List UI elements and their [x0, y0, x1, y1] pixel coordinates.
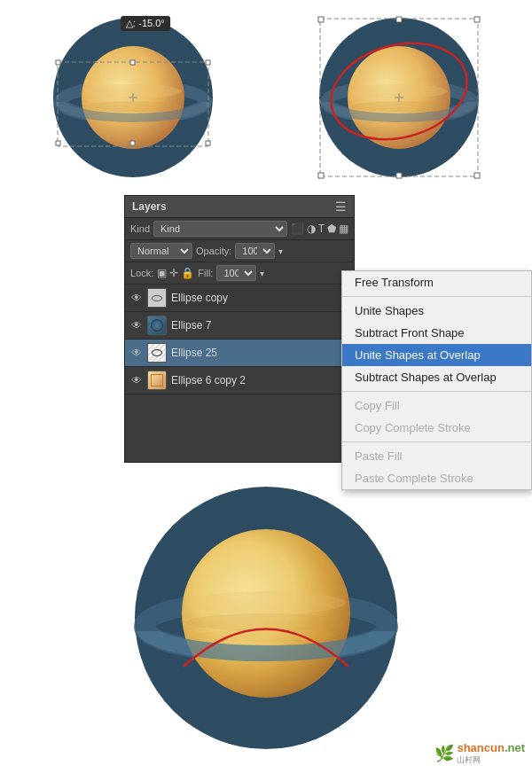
ctx-paste-fill: Paste Fill: [342, 445, 531, 467]
kind-label: Kind: [130, 223, 150, 234]
layers-title-bar: Layers ☰: [125, 196, 354, 218]
lock-all-icon[interactable]: 🔒: [181, 267, 194, 279]
opacity-dropdown-icon[interactable]: ▾: [278, 246, 283, 256]
pixel-icon[interactable]: ⬛: [291, 223, 304, 235]
svg-rect-27: [396, 173, 402, 178]
ctx-free-transform[interactable]: Free Transform: [342, 271, 531, 293]
top-row: △: -15.0°: [0, 0, 532, 195]
svg-rect-8: [130, 60, 135, 65]
smart-icon[interactable]: ▦: [339, 223, 348, 235]
layer-thumb-ellipse7: [147, 316, 167, 335]
bottom-row: 🌿 shancun.net 山村网: [0, 463, 532, 773]
svg-rect-10: [56, 141, 60, 145]
svg-rect-25: [474, 17, 480, 22]
fill-label: Fill:: [198, 268, 213, 278]
ctx-paste-complete-stroke: Paste Complete Stroke: [342, 467, 531, 489]
left-planet-panel: △: -15.0°: [0, 0, 266, 195]
layer-row-ellipse-copy[interactable]: 👁 Ellipse copy: [125, 285, 354, 312]
svg-rect-26: [318, 173, 324, 178]
visibility-eye[interactable]: 👁: [130, 374, 143, 386]
svg-point-36: [186, 591, 346, 614]
fill-select[interactable]: 100%: [216, 265, 256, 281]
lock-icons: ▣ ✛ 🔒: [157, 267, 194, 279]
svg-rect-12: [206, 141, 210, 145]
shape-icon[interactable]: ⬟: [327, 223, 336, 235]
layers-options: Normal Opacity: 100% ▾: [125, 240, 354, 262]
layers-menu-icon[interactable]: ☰: [335, 199, 347, 214]
ctx-copy-fill: Copy Fill: [342, 394, 531, 417]
watermark-sub: 山村网: [457, 754, 525, 766]
lock-pixel-icon[interactable]: ▣: [157, 267, 167, 279]
layers-toolbar: Kind Kind ⬛ ◑ T ⬟ ▦: [125, 218, 354, 240]
right-planet-svg: [315, 13, 483, 182]
svg-point-20: [350, 101, 448, 112]
layer-name-ellipse25: Ellipse 25: [171, 347, 348, 359]
ctx-unite-shapes-overlap[interactable]: Unite Shapes at Overlap: [342, 344, 531, 366]
context-menu: Free Transform Unite Shapes Subtract Fro…: [341, 270, 532, 490]
layers-title: Layers: [132, 200, 167, 213]
svg-rect-24: [396, 17, 402, 22]
transform-badge: △: -15.0°: [121, 16, 170, 31]
ctx-unite-shapes[interactable]: Unite Shapes: [342, 300, 531, 322]
toolbar-icons: ⬛ ◑ T ⬟ ▦: [291, 223, 348, 235]
visibility-eye[interactable]: 👁: [130, 292, 143, 304]
layers-panel: Layers ☰ Kind Kind ⬛ ◑ T ⬟ ▦ Normal Opac…: [124, 195, 355, 463]
layer-name-ellipse6c2: Ellipse 6 copy 2: [171, 374, 348, 386]
layer-thumb-ellipse6c2: [147, 371, 167, 390]
lock-row: Lock: ▣ ✛ 🔒 Fill: 100% ▾: [125, 262, 354, 285]
lock-label: Lock:: [130, 268, 153, 278]
svg-rect-11: [130, 141, 135, 145]
ctx-divider-3: [342, 441, 531, 442]
ctx-divider-1: [342, 296, 531, 297]
svg-rect-7: [56, 60, 60, 65]
visibility-eye[interactable]: 👁: [130, 347, 143, 359]
layer-row-ellipse6copy2[interactable]: 👁 Ellipse 6 copy 2: [125, 367, 354, 394]
visibility-eye[interactable]: 👁: [130, 319, 143, 332]
layer-name: Ellipse copy: [171, 292, 348, 304]
kind-select[interactable]: Kind: [153, 221, 287, 237]
layer-row-ellipse25[interactable]: 👁 Ellipse 25: [125, 340, 354, 367]
svg-point-4: [84, 101, 182, 112]
svg-rect-9: [206, 60, 210, 65]
watermark-leaf-icon: 🌿: [434, 744, 454, 763]
blend-mode-select[interactable]: Normal: [130, 243, 192, 259]
layer-name-ellipse7: Ellipse 7: [171, 319, 348, 332]
svg-rect-28: [474, 173, 480, 178]
svg-rect-23: [318, 17, 324, 22]
ctx-copy-complete-stroke: Copy Complete Stroke: [342, 417, 531, 439]
svg-point-38: [195, 629, 337, 642]
layer-row-ellipse7[interactable]: 👁 Ellipse 7: [125, 312, 354, 340]
ctx-subtract-front-shape[interactable]: Subtract Front Shape: [342, 322, 531, 344]
type-icon[interactable]: T: [318, 223, 325, 235]
lock-move-icon[interactable]: ✛: [169, 267, 178, 279]
opacity-select[interactable]: 100%: [235, 243, 275, 259]
left-planet-svg: [49, 13, 217, 182]
watermark-brand: shancun.net: [457, 741, 525, 754]
bottom-planet-svg: [129, 480, 403, 755]
watermark: 🌿 shancun.net 山村网: [434, 741, 525, 766]
ctx-subtract-shapes-overlap[interactable]: Subtract Shapes at Overlap: [342, 366, 531, 388]
layer-thumb: [147, 288, 167, 308]
adjustment-icon[interactable]: ◑: [307, 223, 316, 235]
right-planet-panel: [266, 0, 532, 195]
middle-row: Layers ☰ Kind Kind ⬛ ◑ T ⬟ ▦ Normal Opac…: [0, 195, 532, 463]
fill-dropdown-icon[interactable]: ▾: [260, 269, 264, 278]
ctx-divider-2: [342, 391, 531, 392]
opacity-label: Opacity:: [196, 246, 231, 256]
layer-thumb-ellipse25: [147, 343, 167, 363]
